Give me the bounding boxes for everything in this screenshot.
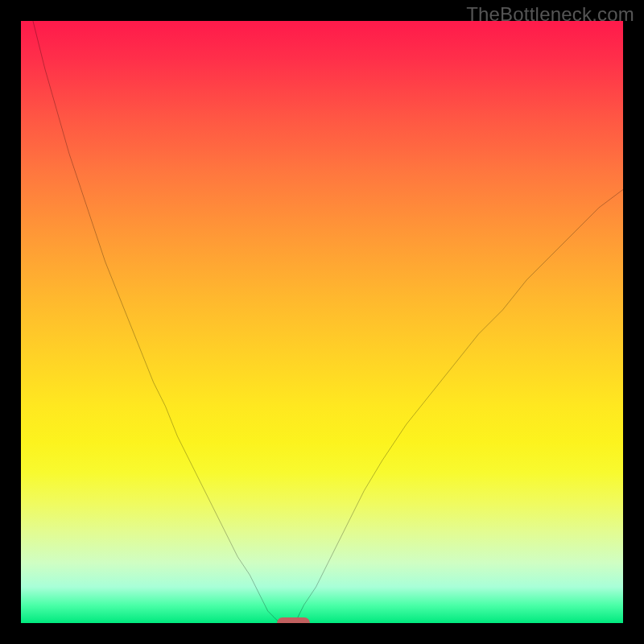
bottleneck-curve [21,21,623,623]
plot-area [21,21,623,623]
chart-frame: TheBottleneck.com [0,0,644,644]
optimal-range-marker [277,617,310,623]
curve-layer [21,21,623,623]
watermark-text: TheBottleneck.com [466,3,634,26]
